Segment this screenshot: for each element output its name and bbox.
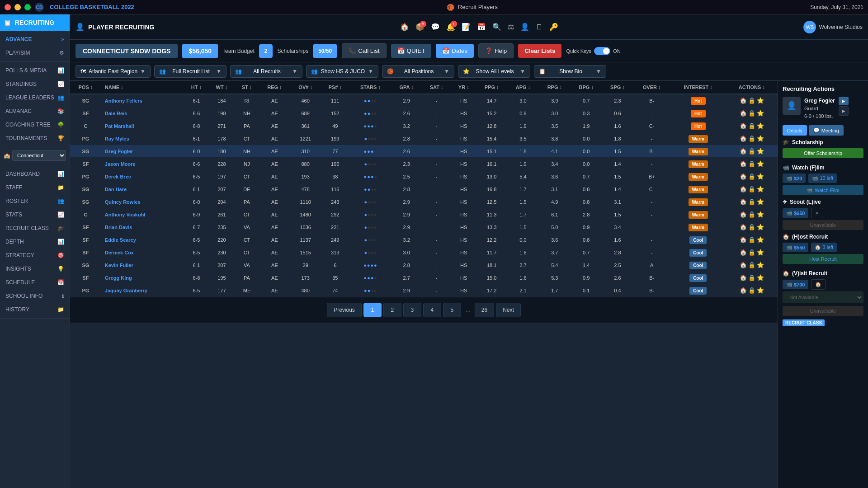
table-row[interactable]: SG Kevin Fuller 6-1 207 VA AE 29 6 ●●●● … — [70, 259, 778, 272]
table-row[interactable]: PG Ray Myles 6-1 178 CT AE 1221 199 ●●●●… — [70, 132, 778, 145]
sidebar-item-history[interactable]: HISTORY 📁 — [0, 303, 70, 316]
action-lock-icon[interactable]: 🔒 — [748, 173, 755, 180]
sidebar-item-school-info[interactable]: SCHOOL INFO ℹ — [0, 289, 70, 303]
action-star-icon[interactable]: ⭐ — [757, 122, 764, 129]
action-home-icon[interactable]: 🏠 — [740, 249, 747, 256]
sidebar-item-play-sim[interactable]: PLAY/SIM ⚙ — [0, 46, 70, 60]
cell-name[interactable]: Anthony Voskuhl — [101, 208, 184, 221]
key-icon[interactable]: 🔑 — [549, 23, 558, 31]
col-ht[interactable]: HT ↕ — [184, 81, 208, 94]
minimize-button[interactable] — [14, 4, 21, 10]
action-home-icon[interactable]: 🏠 — [740, 224, 747, 230]
table-row[interactable]: SF Gregg King 6-8 195 PA AE 173 35 ●●●● … — [70, 272, 778, 284]
list-type-filter[interactable]: 👥 Full Recruit List ▼ — [154, 65, 226, 78]
package-icon[interactable]: 📦 8 — [415, 23, 425, 31]
positions-filter[interactable]: 🏀 All Positions ▼ — [382, 65, 454, 78]
action-home-icon[interactable]: 🏠 — [740, 186, 747, 192]
action-star-icon[interactable]: ⭐ — [757, 160, 764, 167]
col-reg[interactable]: REG ↕ — [259, 81, 290, 94]
sidebar-item-almanac[interactable]: ALMANAC 📚 — [0, 104, 70, 118]
sidebar-item-stats[interactable]: STATS 📈 — [0, 208, 70, 221]
cell-name[interactable]: Derek Bree — [101, 170, 184, 183]
action-home-icon[interactable]: 🏠 — [740, 287, 747, 294]
action-lock-icon[interactable]: 🔒 — [748, 97, 755, 104]
previous-button[interactable]: Previous — [327, 303, 362, 317]
balance-icon[interactable]: ⚖ — [508, 23, 514, 31]
table-row[interactable]: SF Eddie Searcy 6-5 220 CT AE 1137 249 ●… — [70, 234, 778, 246]
scout-send-button[interactable]: ➤ — [811, 208, 823, 218]
action-lock-icon[interactable]: 🔒 — [748, 122, 755, 129]
cell-name[interactable]: Anthony Fellers — [101, 94, 184, 107]
action-star-icon[interactable]: ⭐ — [757, 110, 764, 117]
cell-name[interactable]: Dale Reis — [101, 107, 184, 120]
recruit-side-btn-2[interactable]: ▶ — [839, 106, 849, 116]
col-gpa[interactable]: GPA ↕ — [391, 81, 422, 94]
sidebar-item-schedule[interactable]: SCHEDULE 📅 — [0, 276, 70, 289]
region-filter[interactable]: 🗺 Atlantic East Region ▼ — [75, 65, 151, 78]
action-lock-icon[interactable]: 🔒 — [748, 135, 755, 142]
col-stars[interactable]: STARS ↕ — [350, 81, 392, 94]
cell-name[interactable]: Pat Marshall — [101, 120, 184, 132]
clear-lists-button[interactable]: Clear Lists — [518, 44, 561, 58]
page-1-button[interactable]: 1 — [363, 303, 382, 317]
meeting-button[interactable]: 💬 Meeting — [809, 125, 844, 136]
sidebar-item-dashboard[interactable]: DASHBOARD 📊 — [0, 167, 70, 181]
sidebar-item-advance[interactable]: ADVANCE » — [0, 33, 70, 46]
action-star-icon[interactable]: ⭐ — [757, 262, 764, 268]
notification-icon[interactable]: 🔔 1 — [446, 23, 455, 31]
col-yr[interactable]: YR ↕ — [451, 81, 476, 94]
col-apg[interactable]: APG ↕ — [507, 81, 539, 94]
notes-icon[interactable]: 🗒 — [536, 23, 543, 31]
action-star-icon[interactable]: ⭐ — [757, 173, 764, 180]
page-5-button[interactable]: 5 — [443, 303, 461, 317]
action-star-icon[interactable]: ⭐ — [757, 198, 764, 205]
sidebar-item-roster[interactable]: ROSTER 👥 — [0, 194, 70, 208]
action-lock-icon[interactable]: 🔒 — [748, 224, 755, 230]
action-home-icon[interactable]: 🏠 — [740, 122, 747, 129]
action-home-icon[interactable]: 🏠 — [740, 135, 747, 142]
action-star-icon[interactable]: ⭐ — [757, 287, 764, 294]
table-row[interactable]: SG Quincy Rowles 6-0 204 PA AE 1110 243 … — [70, 196, 778, 208]
offer-scholarship-button[interactable]: Offer Scholarship — [783, 148, 863, 158]
action-lock-icon[interactable]: 🔒 — [748, 236, 755, 243]
action-star-icon[interactable]: ⭐ — [757, 224, 764, 230]
col-rpg[interactable]: RPG ↕ — [539, 81, 571, 94]
col-bpg[interactable]: BPG ↕ — [571, 81, 602, 94]
levels-filter[interactable]: ⭐ Show All Levels ▼ — [458, 65, 530, 78]
cell-name[interactable]: Greg Fogler — [101, 145, 184, 158]
action-lock-icon[interactable]: 🔒 — [748, 249, 755, 256]
action-home-icon[interactable]: 🏠 — [740, 97, 747, 104]
table-row[interactable]: SG Dan Hare 6-1 207 DE AE 478 116 ●●●● 2… — [70, 183, 778, 196]
action-lock-icon[interactable]: 🔒 — [748, 274, 755, 281]
sidebar-item-tournaments[interactable]: TOURNAMENTS 🏆 — [0, 131, 70, 145]
page-3-button[interactable]: 3 — [403, 303, 421, 317]
sidebar-item-insights[interactable]: INSIGHTS 💡 — [0, 262, 70, 276]
action-home-icon[interactable]: 🏠 — [740, 160, 747, 167]
action-home-icon[interactable]: 🏠 — [740, 211, 747, 218]
action-home-icon[interactable]: 🏠 — [740, 198, 747, 205]
action-home-icon[interactable]: 🏠 — [740, 148, 747, 155]
cell-name[interactable]: Kevin Fuller — [101, 259, 184, 272]
help-button[interactable]: ❓ Help — [478, 43, 514, 58]
cell-name[interactable]: Dermek Cox — [101, 246, 184, 259]
col-over[interactable]: OVER ↕ — [633, 81, 670, 94]
col-ppg[interactable]: PPG ↕ — [476, 81, 507, 94]
col-sat[interactable]: SAT ↕ — [422, 81, 451, 94]
home-icon[interactable]: 🏠 — [400, 23, 409, 31]
person-icon[interactable]: 👤 — [520, 23, 529, 31]
quiet-button[interactable]: 📅 QUIET — [391, 44, 432, 58]
col-pos[interactable]: POS ↕ — [70, 81, 101, 94]
action-lock-icon[interactable]: 🔒 — [748, 287, 755, 294]
action-star-icon[interactable]: ⭐ — [757, 249, 764, 256]
visit-not-available-select[interactable]: Not Available — [783, 291, 863, 303]
sidebar-recruiting-header[interactable]: 📋 RECRUITING — [0, 14, 70, 31]
action-star-icon[interactable]: ⭐ — [757, 186, 764, 192]
action-star-icon[interactable]: ⭐ — [757, 274, 764, 281]
sidebar-item-league-leaders[interactable]: LEAGUE LEADERS 👥 — [0, 91, 70, 104]
col-ps[interactable]: PS# ↕ — [321, 81, 350, 94]
page-2-button[interactable]: 2 — [383, 303, 401, 317]
sidebar-item-polls-media[interactable]: POLLS & MEDIA 📊 — [0, 64, 70, 77]
watch-film-button[interactable]: 📹 Watch Film — [783, 185, 863, 195]
edit-icon[interactable]: 📝 — [462, 23, 471, 31]
school-filter[interactable]: 👥 Show HS & JUCO ▼ — [306, 65, 378, 78]
